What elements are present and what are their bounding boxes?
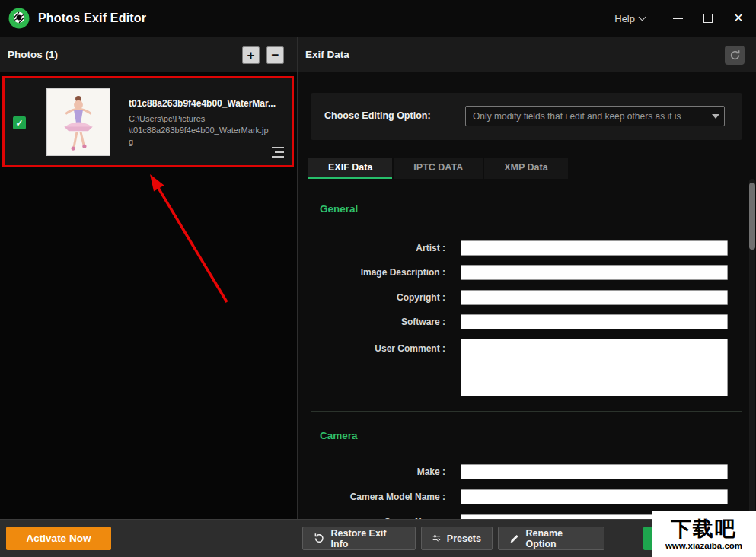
watermark-text: 下载吧 (671, 518, 737, 539)
data-tabs: EXIF Data IPTC DATA XMP Data (308, 158, 568, 179)
section-divider (311, 411, 742, 412)
rename-label: Rename Option (525, 528, 593, 549)
general-section-heading: General (320, 203, 358, 215)
camera-model-name-label: Camera Model Name : (308, 492, 445, 502)
close-button[interactable]: ✕ (726, 7, 751, 30)
exif-form: General Artist : Image Description : Cop… (298, 179, 756, 519)
editing-option-box: Choose Editing Option: Only modify field… (311, 93, 742, 140)
make-input[interactable] (461, 464, 728, 479)
camera-model-name-input[interactable] (461, 489, 728, 504)
app-logo-icon (8, 7, 30, 30)
photo-filename: t01c88a263b9f4e4b00_WaterMar... (129, 98, 290, 109)
user-comment-label: User Comment : (308, 343, 445, 354)
exif-panel: Choose Editing Option: Only modify field… (298, 72, 756, 519)
exif-data-header: Exif Data (298, 37, 756, 72)
app-window: Photos Exif Editor Help ✕ Photos (1) + −… (0, 0, 756, 557)
maximize-button[interactable] (695, 7, 721, 30)
item-menu-icon[interactable] (270, 147, 284, 158)
image-description-label: Image Description : (308, 267, 445, 278)
software-label: Software : (308, 317, 445, 327)
photo-path: C:\Users\pc\Pictures \t01c88a263b9f4e4b0… (129, 113, 290, 148)
copyright-label: Copyright : (308, 292, 445, 303)
software-input[interactable] (461, 314, 728, 329)
watermark-url: www.xiazaiba.com (665, 541, 742, 550)
plus-icon: + (247, 49, 255, 62)
copyright-input[interactable] (461, 290, 728, 305)
exif-data-title: Exif Data (305, 49, 349, 60)
refresh-icon (729, 49, 741, 61)
photo-list-item[interactable]: ✓ t01c88a263b9f4e4b00_WaterMar.. (2, 76, 294, 167)
photo-thumbnail (46, 88, 110, 156)
activate-now-button[interactable]: Activate Now (6, 527, 111, 550)
camera-section-heading: Camera (320, 430, 358, 441)
add-photo-button[interactable]: + (242, 46, 260, 64)
presets-label: Presets (447, 533, 481, 544)
minimize-button[interactable] (665, 7, 691, 30)
tab-iptc-data[interactable]: IPTC DATA (394, 158, 483, 179)
artist-input[interactable] (461, 240, 728, 256)
artist-label: Artist : (308, 243, 445, 253)
editing-option-dropdown[interactable]: Only modify fields that i edit and keep … (465, 106, 725, 126)
user-comment-textarea[interactable] (461, 339, 728, 396)
dropdown-caret-icon (712, 114, 719, 119)
chevron-down-icon (639, 14, 646, 21)
restore-icon (314, 533, 325, 544)
help-label: Help (614, 13, 635, 24)
photo-path-line: g (129, 136, 290, 148)
photo-checkbox[interactable]: ✓ (13, 116, 26, 129)
restore-label: Restore Exif Info (331, 528, 404, 549)
help-menu[interactable]: Help (614, 13, 645, 24)
photos-panel-header: Photos (1) + − (0, 37, 297, 72)
photos-count-label: Photos (1) (8, 49, 58, 60)
editing-option-value: Only modify fields that i edit and keep … (466, 111, 707, 122)
minus-icon: − (272, 49, 279, 62)
editing-option-label: Choose Editing Option: (324, 110, 431, 121)
photo-list: ✓ t01c88a263b9f4e4b00_WaterMar.. (0, 72, 297, 519)
close-icon: ✕ (733, 12, 743, 24)
refresh-button[interactable] (725, 46, 745, 65)
make-label: Make : (308, 466, 445, 477)
rename-option-button[interactable]: Rename Option (498, 527, 604, 550)
panel-divider (297, 37, 298, 519)
bottom-bar: Activate Now Restore Exif Info Presets R… (0, 519, 756, 557)
pencil-icon (509, 533, 519, 544)
scrollbar-thumb[interactable] (749, 183, 755, 250)
minimize-icon (673, 18, 683, 19)
ballerina-image (47, 89, 110, 155)
presets-icon (432, 533, 441, 544)
check-icon: ✓ (15, 118, 23, 129)
photo-info: t01c88a263b9f4e4b00_WaterMar... C:\Users… (129, 98, 290, 148)
app-title: Photos Exif Editor (38, 11, 146, 25)
maximize-icon (703, 14, 713, 23)
tab-xmp-data[interactable]: XMP Data (484, 158, 567, 179)
remove-photo-button[interactable]: − (266, 46, 284, 64)
image-description-input[interactable] (461, 265, 728, 280)
title-bar: Photos Exif Editor Help ✕ (0, 0, 756, 37)
photo-path-line: C:\Users\pc\Pictures (129, 113, 290, 125)
watermark: 下载吧 www.xiazaiba.com (652, 511, 756, 557)
restore-exif-info-button[interactable]: Restore Exif Info (302, 527, 416, 550)
tab-exif-data[interactable]: EXIF Data (308, 158, 392, 179)
photo-path-line: \t01c88a263b9f4e4b00_WaterMark.jp (129, 125, 290, 136)
presets-button[interactable]: Presets (421, 527, 493, 550)
